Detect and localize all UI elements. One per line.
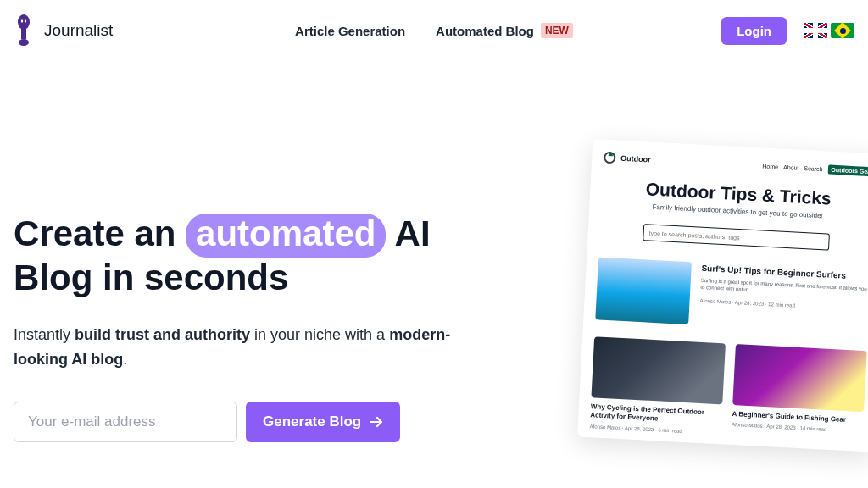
- preview-brand-icon: [604, 152, 616, 164]
- preview-nav-search: Search: [804, 165, 823, 172]
- hero-sub-bold1: build trust and authority: [75, 326, 250, 343]
- new-badge: NEW: [541, 23, 573, 38]
- preview-post-meta: Afonso Matos · Apr 28, 2023 · 12 min rea…: [699, 298, 868, 312]
- preview-post-image: [595, 257, 692, 324]
- preview-post-card: Why Cycling is the Perfect Outdoor Activ…: [590, 336, 726, 435]
- svg-point-3: [21, 19, 23, 23]
- preview-card-title: Why Cycling is the Perfect Outdoor Activ…: [590, 402, 722, 427]
- svg-point-2: [19, 39, 29, 46]
- hero-subtitle: Instantly build trust and authority in y…: [14, 323, 454, 373]
- preview-search-input: [643, 224, 830, 250]
- preview-nav-home: Home: [762, 163, 778, 169]
- generate-blog-button[interactable]: Generate Blog: [246, 402, 400, 442]
- nav-automated-blog-label: Automated Blog: [436, 24, 534, 38]
- generate-blog-label: Generate Blog: [263, 413, 361, 430]
- hero-title: Create an automated AI Blog in seconds: [14, 214, 488, 299]
- brand-name: Journalist: [44, 21, 113, 40]
- preview-brand: Outdoor: [604, 152, 651, 166]
- hero-sub-end: .: [123, 351, 127, 368]
- hero-title-highlight: automated: [186, 214, 386, 258]
- hero-sub-pre: Instantly: [14, 326, 75, 343]
- preview-card-image: [732, 344, 867, 412]
- svg-point-4: [25, 19, 26, 23]
- preview-brand-name: Outdoor: [620, 154, 651, 164]
- preview-nav-gear: Outdoors Gear: [827, 164, 868, 176]
- preview-nav-about: About: [783, 164, 799, 170]
- svg-rect-1: [21, 27, 26, 39]
- hero-title-pre: Create an: [14, 214, 186, 253]
- flag-br-icon[interactable]: [831, 23, 854, 38]
- email-input[interactable]: [14, 402, 237, 442]
- hero-sub-mid: in your niche with a: [250, 326, 389, 343]
- arrow-right-icon: [370, 416, 383, 428]
- flag-uk-icon[interactable]: [804, 23, 827, 38]
- brand-container[interactable]: Journalist: [14, 12, 113, 49]
- nav-center: Article Generation Automated Blog NEW: [295, 23, 573, 38]
- preview-post-card: A Beginner's Guide to Fishing Gear Afons…: [731, 344, 866, 443]
- nav-article-generation[interactable]: Article Generation: [295, 24, 405, 38]
- preview-card-image: [591, 336, 726, 404]
- blog-preview-card: Outdoor Home About Search Outdoors Gear …: [577, 139, 868, 452]
- logo-icon: [14, 12, 34, 49]
- nav-automated-blog[interactable]: Automated Blog NEW: [436, 23, 573, 38]
- preview-post-featured: Surf's Up! Tips for Beginner Surfers Sur…: [595, 257, 868, 334]
- login-button[interactable]: Login: [721, 17, 787, 45]
